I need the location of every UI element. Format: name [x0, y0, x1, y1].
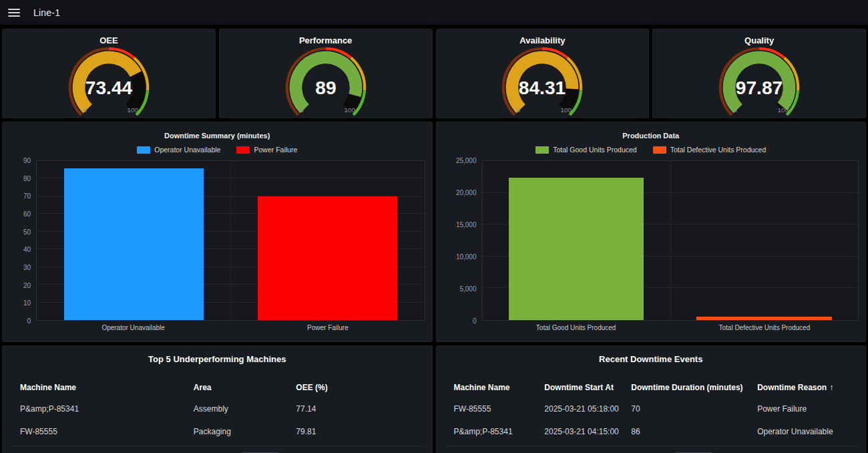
table-separator: [446, 446, 857, 446]
column-label: Downtime Duration (minutes): [631, 383, 742, 392]
table-cell: FW-85555: [454, 404, 545, 414]
table-header-cell[interactable]: Downtime Reason↑: [757, 383, 848, 392]
y-axis-tick-label: 20,000: [456, 189, 477, 196]
panel-title-performance[interactable]: Performance: [299, 35, 352, 45]
panel-downtime-summary: Downtime Summary (minutes) Operator Unav…: [2, 122, 433, 342]
table-cell: Packaging: [194, 427, 296, 436]
table-cell: 79.81: [296, 427, 414, 436]
x-axis-label: Total Good Units Produced: [482, 324, 670, 331]
legend-label: Power Failure: [254, 146, 297, 154]
downtime-bar-chart-plot: [36, 160, 425, 321]
chart-row: Downtime Summary (minutes) Operator Unav…: [2, 122, 866, 342]
legend-item[interactable]: Power Failure: [236, 146, 297, 154]
table-header-row: Machine NameAreaOEE (%): [20, 378, 415, 398]
table-header-cell[interactable]: Machine Name: [20, 383, 194, 392]
y-axis-tick-label: 10,000: [456, 253, 477, 261]
y-axis-tick-label: 0: [473, 317, 477, 325]
table-cell: FW-85555: [20, 427, 194, 436]
x-axis-labels: Operator UnavailablePower Failure: [36, 324, 425, 331]
bar-total-defective-units-produced: [696, 317, 832, 320]
oee-gauge-chart: 73.440100: [22, 46, 196, 118]
table-row: P&amp;P-85341Assembly77.14: [20, 398, 415, 420]
x-axis-label: Operator Unavailable: [36, 324, 230, 331]
panel-underperforming-machines: Top 5 Underperforming Machines Machine N…: [2, 345, 433, 453]
table-header-cell[interactable]: Downtime Duration (minutes): [631, 383, 757, 392]
table-cell: Power Failure: [757, 404, 848, 414]
panel-quality: Quality 97.870100: [652, 29, 866, 118]
table-cell: P&amp;P-85341: [20, 404, 194, 414]
y-axis-tick-label: 20: [23, 281, 31, 289]
table-cell: P&amp;P-85341: [454, 427, 545, 436]
table-cell: 2025-03-21 05:18:00: [544, 404, 631, 414]
y-axis-tick-label: 60: [23, 210, 31, 218]
menu-icon[interactable]: [8, 9, 20, 17]
machines-table: Machine NameAreaOEE (%)P&amp;P-85341Asse…: [20, 378, 415, 443]
table-row: Top 5 Underperforming Machines Machine N…: [2, 345, 866, 453]
gauge-min-label: 0: [734, 106, 738, 114]
bar-operator-unavailable: [64, 168, 204, 320]
y-axis-tick-label: 80: [23, 174, 31, 182]
legend-swatch-icon: [653, 146, 666, 154]
y-axis-tick-label: 15,000: [456, 221, 477, 229]
y-axis-tick-label: 0: [27, 317, 31, 325]
table-header-cell[interactable]: Downtime Start At: [544, 383, 631, 392]
gridline-vertical: [230, 161, 231, 320]
y-axis-tick-label: 40: [23, 246, 31, 253]
gauge-max-label: 100: [778, 106, 789, 114]
panel-title-recent-downtime-events[interactable]: Recent Downtime Events: [437, 354, 866, 364]
y-axis-tick-label: 90: [23, 157, 31, 164]
panel-title-production-data[interactable]: Production Data: [443, 132, 859, 140]
column-label: Downtime Reason: [757, 383, 827, 392]
table-header-cell[interactable]: Area: [194, 383, 296, 392]
gauge-max-label: 100: [127, 106, 138, 114]
table-cell: Assembly: [194, 404, 296, 414]
y-axis-tick-label: 5,000: [459, 285, 476, 293]
legend-item[interactable]: Operator Unavailable: [137, 146, 220, 154]
gauge-value: 89: [315, 78, 336, 98]
column-label: Machine Name: [454, 383, 510, 392]
legend-swatch-icon: [535, 146, 549, 154]
downtime-events-table: Machine NameDowntime Start AtDowntime Du…: [454, 378, 849, 443]
panel-oee: OEE 73.440100: [2, 29, 216, 118]
panel-title-availability[interactable]: Availability: [519, 35, 565, 45]
table-header-cell[interactable]: OEE (%): [296, 383, 414, 392]
column-label: Area: [194, 383, 212, 392]
gauge-max-label: 100: [561, 106, 572, 114]
y-axis-tick-label: 70: [23, 192, 31, 200]
legend-label: Operator Unavailable: [154, 146, 220, 154]
table-cell: 70: [631, 404, 757, 414]
table-separator: [12, 446, 423, 446]
table-cell: Operator Unavailable: [757, 427, 848, 436]
availability-gauge-chart: 84.310100: [455, 46, 629, 118]
legend-swatch-icon: [236, 146, 250, 154]
gauge-row: OEE 73.440100 Performance 890100 Availab…: [2, 29, 866, 118]
dashboard-title: Line-1: [33, 7, 60, 18]
y-axis: 0102030405060708090: [9, 160, 36, 321]
x-axis-label: Total Defective Units Produced: [670, 324, 859, 331]
table-cell: 77.14: [296, 404, 414, 414]
y-axis: 05,00010,00015,00020,00025,000: [443, 160, 482, 321]
panel-title-underperforming-machines[interactable]: Top 5 Underperforming Machines: [3, 354, 432, 364]
table-cell: 86: [631, 427, 757, 436]
table-row: FW-85555Packaging79.81: [20, 420, 415, 443]
performance-gauge-chart: 890100: [239, 46, 413, 118]
panel-title-oee[interactable]: OEE: [99, 35, 118, 45]
panel-title-downtime-summary[interactable]: Downtime Summary (minutes): [9, 132, 425, 140]
gauge-value: 84.31: [519, 78, 566, 98]
bar-total-good-units-produced: [509, 178, 644, 320]
legend-item[interactable]: Total Defective Units Produced: [653, 146, 767, 154]
dashboard: OEE 73.440100 Performance 890100 Availab…: [0, 25, 868, 453]
table-header-cell[interactable]: Machine Name: [454, 383, 545, 392]
gauge-value: 73.44: [85, 78, 133, 98]
quality-gauge-chart: 97.870100: [672, 46, 846, 118]
y-axis-tick-label: 25,000: [456, 157, 477, 164]
panel-performance: Performance 890100: [219, 29, 433, 118]
panel-title-quality[interactable]: Quality: [744, 35, 774, 45]
legend-item[interactable]: Total Good Units Produced: [535, 146, 637, 154]
column-label: Machine Name: [20, 383, 76, 392]
bar-power-failure: [258, 196, 397, 320]
table-header-row: Machine NameDowntime Start AtDowntime Du…: [454, 378, 849, 398]
table-row: P&amp;P-853412025-03-21 04:15:0086Operat…: [454, 420, 849, 443]
y-axis-tick-label: 10: [23, 299, 31, 307]
y-axis-tick-label: 30: [23, 264, 31, 271]
